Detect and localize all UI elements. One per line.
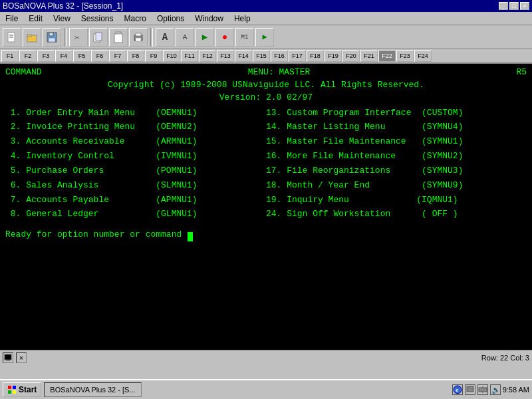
svg-rect-14 bbox=[136, 33, 141, 36]
menu-col-right-4: 16. More File Maintenance (SYMNU2) bbox=[266, 150, 527, 163]
menu-help[interactable]: Help bbox=[229, 13, 256, 25]
tool-open[interactable] bbox=[23, 28, 41, 47]
menu-row-5: 5. Purchase Orders (POMNU1) 17. File Reo… bbox=[5, 165, 527, 178]
menu-col-left-3: 3. Accounts Receivable (ARMNU1) bbox=[5, 136, 266, 148]
svg-rect-24 bbox=[467, 386, 473, 392]
tool-copy[interactable] bbox=[89, 28, 108, 47]
window-title: BOSaNOVA Plus 32 - [Session_1] bbox=[3, 1, 123, 11]
fkey-f10[interactable]: F10 bbox=[163, 50, 180, 62]
fkey-bar: F1 F2 F3 F4 F5 F6 F7 F8 F9 F10 F11 F12 F… bbox=[0, 49, 532, 64]
fkey-f19[interactable]: F19 bbox=[325, 50, 342, 62]
toolbar-sep1 bbox=[64, 28, 66, 47]
tool-play[interactable]: ▶ bbox=[196, 28, 214, 47]
menu-bar: File Edit View Sessions Macro Options Wi… bbox=[0, 12, 532, 25]
fkey-f16[interactable]: F16 bbox=[271, 50, 288, 62]
taskbar-icon-2 bbox=[465, 384, 475, 395]
terminal-cursor bbox=[188, 232, 193, 241]
start-button[interactable]: Start bbox=[3, 382, 41, 397]
svg-rect-7 bbox=[49, 38, 55, 42]
menu-file[interactable]: File bbox=[0, 13, 23, 25]
svg-rect-12 bbox=[114, 34, 122, 43]
taskbar-app-button[interactable]: BOSaNOVA Plus 32 - [S... bbox=[44, 382, 141, 397]
fkey-f21[interactable]: F21 bbox=[360, 50, 378, 62]
svg-rect-4 bbox=[27, 35, 31, 37]
start-label: Start bbox=[19, 385, 37, 394]
status-left: × bbox=[3, 352, 27, 363]
svg-rect-16 bbox=[5, 354, 11, 360]
toolbar: ✂ A A ▶ ● M1 ▶ bbox=[0, 25, 532, 49]
menu-col-left-1: 1. Order Entry Main Menu (OEMNU1) bbox=[5, 107, 266, 120]
menu-options[interactable]: Options bbox=[152, 13, 190, 25]
fkey-f1[interactable]: F1 bbox=[1, 50, 19, 62]
menu-col-right-2: 14. Master Listing Menu (SYMNU4) bbox=[266, 121, 527, 134]
tool-macro[interactable]: M1 bbox=[235, 28, 254, 47]
fkey-f7[interactable]: F7 bbox=[109, 50, 126, 62]
fkey-f2[interactable]: F2 bbox=[19, 50, 37, 62]
fkey-f3[interactable]: F3 bbox=[37, 50, 55, 62]
terminal-area[interactable]: COMMAND MENU: MASTER R5 Copyright (c) 19… bbox=[0, 64, 532, 350]
prompt-text: Ready for option number or command bbox=[5, 229, 182, 239]
menu-macro[interactable]: Macro bbox=[119, 13, 152, 25]
menu-sessions[interactable]: Sessions bbox=[76, 13, 119, 25]
fkey-f5[interactable]: F5 bbox=[73, 50, 90, 62]
fkey-f11[interactable]: F11 bbox=[181, 50, 198, 62]
status-right: Row: 22 Col: 3 bbox=[481, 354, 529, 362]
fkey-f22[interactable]: F22 bbox=[378, 50, 396, 62]
taskbar-icon-4: 🔊 bbox=[490, 384, 501, 395]
status-terminal-icon[interactable] bbox=[3, 352, 13, 363]
svg-rect-21 bbox=[13, 390, 16, 394]
fkey-f17[interactable]: F17 bbox=[289, 50, 306, 62]
menu-col-right-8: 24. Sign Off Workstation ( OFF ) bbox=[266, 208, 527, 221]
tool-a-small[interactable]: A bbox=[176, 28, 194, 47]
terminal-header-left: COMMAND bbox=[5, 66, 42, 79]
terminal-header-right: R5 bbox=[516, 66, 527, 79]
svg-rect-6 bbox=[49, 33, 53, 36]
tool-record[interactable]: ● bbox=[215, 28, 234, 47]
status-close-icon[interactable]: × bbox=[16, 352, 27, 363]
fkey-f8[interactable]: F8 bbox=[127, 50, 144, 62]
close-button[interactable]: × bbox=[520, 2, 529, 10]
fkey-f13[interactable]: F13 bbox=[217, 50, 234, 62]
menu-row-1: 1. Order Entry Main Menu (OEMNU1) 13. Cu… bbox=[5, 107, 527, 120]
menu-row-4: 4. Inventory Control (IVMNU1) 16. More F… bbox=[5, 150, 527, 163]
fkey-f12[interactable]: F12 bbox=[199, 50, 216, 62]
menu-col-left-6: 6. Sales Analysis (SLMNU1) bbox=[5, 180, 266, 192]
terminal-copyright: Copyright (c) 1989-2008 USNaviguide LLC.… bbox=[5, 79, 527, 92]
fkey-f4[interactable]: F4 bbox=[55, 50, 72, 62]
tool-paste[interactable] bbox=[109, 28, 128, 47]
menu-window[interactable]: Window bbox=[190, 13, 229, 25]
fkey-f24[interactable]: F24 bbox=[414, 50, 432, 62]
fkey-f15[interactable]: F15 bbox=[253, 50, 270, 62]
menu-row-3: 3. Accounts Receivable (ARMNU1) 15. Mast… bbox=[5, 136, 527, 148]
tool-cut[interactable]: ✂ bbox=[69, 28, 88, 47]
menu-col-left-2: 2. Invoice Printing Menu (OEMNU2) bbox=[5, 121, 266, 134]
tool-new[interactable] bbox=[3, 28, 21, 47]
tool-play2[interactable]: ▶ bbox=[255, 28, 274, 47]
menu-row-7: 7. Accounts Payable (APMNU1) 19. Inquiry… bbox=[5, 194, 527, 207]
minimize-button[interactable]: _ bbox=[499, 2, 508, 10]
fkey-f9[interactable]: F9 bbox=[145, 50, 162, 62]
terminal-header: COMMAND MENU: MASTER R5 bbox=[5, 66, 527, 79]
menu-row-6: 6. Sales Analysis (SLMNU1) 18. Month / Y… bbox=[5, 180, 527, 192]
menu-view[interactable]: View bbox=[48, 13, 76, 25]
fkey-f18[interactable]: F18 bbox=[307, 50, 324, 62]
menu-col-left-7: 7. Accounts Payable (APMNU1) bbox=[5, 194, 266, 207]
menu-col-left-4: 4. Inventory Control (IVMNU1) bbox=[5, 150, 266, 163]
tool-print[interactable] bbox=[129, 28, 148, 47]
svg-text:🔊: 🔊 bbox=[491, 385, 500, 394]
menu-col-right-3: 15. Master File Maintenance (SYMNU1) bbox=[266, 136, 527, 148]
tool-a-large[interactable]: A bbox=[156, 28, 174, 47]
svg-rect-15 bbox=[136, 38, 141, 41]
menu-col-right-7: 19. Inquiry Menu (IQMNU1) bbox=[266, 194, 527, 207]
maximize-button[interactable]: □ bbox=[509, 2, 519, 10]
menu-row-8: 8. General Ledger (GLMNU1) 24. Sign Off … bbox=[5, 208, 527, 221]
tool-save[interactable] bbox=[43, 28, 61, 47]
menu-edit[interactable]: Edit bbox=[23, 13, 48, 25]
toolbar-sep2 bbox=[150, 28, 153, 47]
svg-rect-10 bbox=[96, 33, 102, 41]
fkey-f23[interactable]: F23 bbox=[396, 50, 414, 62]
fkey-f20[interactable]: F20 bbox=[342, 50, 360, 62]
fkey-f14[interactable]: F14 bbox=[235, 50, 252, 62]
menu-col-left-5: 5. Purchase Orders (POMNU1) bbox=[5, 165, 266, 178]
fkey-f6[interactable]: F6 bbox=[91, 50, 108, 62]
